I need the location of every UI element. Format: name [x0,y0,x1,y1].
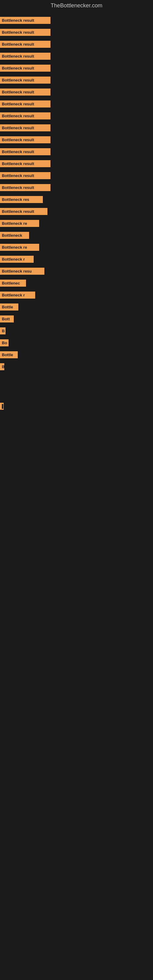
bar-row: Bottleneck result [0,146,153,158]
bar-row: Bottleneck result [0,26,153,38]
bar-row: Bottleneck result [0,38,153,50]
bar-row: Bo [0,337,153,349]
site-title: TheBottlenecker.com [0,0,153,11]
bar-label: Bottleneck result [0,89,51,95]
bar-label: Bottleneck result [0,17,51,24]
bar-label: Bottleneck r [0,256,33,263]
bar-row: Bottleneck res [0,194,153,205]
bar-row: Bottleneck r [0,253,153,265]
bar-row [0,431,153,440]
bar-row: Bottlenec [0,277,153,289]
bar-row [0,382,153,391]
bar-row: Bottleneck result [0,134,153,146]
bar-row [0,373,153,382]
bar-label: Bottleneck result [0,184,51,191]
bar-row: Bottleneck result [0,181,153,194]
bar-label: B [0,328,5,334]
bar-row: B [0,325,153,337]
bar-label: Bottleneck result [0,124,51,131]
bar-label: Bottleneck result [0,76,51,84]
bar-label: Bottleneck result [0,52,51,60]
bar-label: B [0,363,4,370]
bar-label: Bottleneck result [0,65,51,72]
bar-row: Bottleneck [0,229,153,241]
bar-label: Bottlenec [0,280,26,286]
bar-label: Bottle [0,304,18,310]
bar-label: Bottleneck result [0,29,51,36]
bar-label: Bottleneck [0,232,29,239]
bar-label: Bottleneck result [0,41,51,48]
bar-label: Bottleneck result [0,100,51,108]
bar-label: Bottleneck result [0,160,51,167]
bar-label: Bott [0,315,14,323]
bars-container: Bottleneck resultBottleneck resultBottle… [0,11,153,443]
bar-row: Bottleneck result [0,74,153,86]
bar-row: Bottleneck result [0,110,153,122]
bar-row: Bottleneck result [0,205,153,218]
bar-label: Bottleneck res [0,196,43,203]
bar-row: Bottleneck result [0,86,153,98]
bar-label: ▌ [0,403,4,410]
bar-row: Bottleneck result [0,62,153,74]
bar-row: Bottleneck r [0,289,153,301]
bar-label: Bottleneck r [0,291,35,299]
bar-label: Bottleneck re [0,220,39,227]
bar-row: ▌ [0,400,153,412]
bar-row: Bottleneck result [0,170,153,181]
bar-label: Bottleneck resu [0,268,45,275]
bar-row: Bott [0,313,153,325]
bar-row: Bottleneck result [0,98,153,110]
bar-label: Bottleneck result [0,136,51,143]
bar-row [0,391,153,400]
bar-label: Bottleneck result [0,148,51,155]
bar-label: Bottleneck re [0,244,39,251]
bar-label: Bottleneck result [0,112,51,119]
bar-row: Bottleneck result [0,122,153,134]
bar-row: Bottleneck resu [0,265,153,277]
bar-row: Bottleneck result [0,158,153,170]
bar-row: Bottleneck result [0,14,153,26]
bar-row: Bottleneck re [0,241,153,253]
bar-label: Bottleneck result [0,208,48,215]
bar-label: Bottleneck result [0,172,51,179]
bar-label: Bo [0,339,9,346]
bar-row: Bottle [0,301,153,313]
bar-row: Bottleneck re [0,218,153,229]
bar-row: B [0,361,153,373]
bar-row [0,412,153,422]
bar-row: Bottleneck result [0,50,153,62]
bar-label: Bottle [0,351,18,358]
bar-row [0,422,153,431]
bar-row: Bottle [0,349,153,361]
